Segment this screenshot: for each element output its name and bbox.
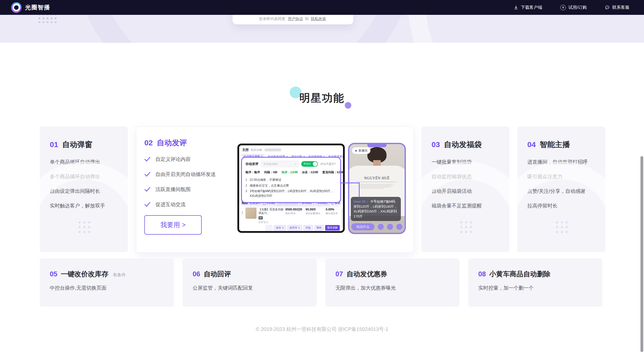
price-value: ¥500.00/220 <box>285 208 304 211</box>
popup-title: 自动发评 <box>245 162 259 166</box>
amount-value: ¥0.00/0 <box>306 208 324 211</box>
hero-band: 登录即代表同意 用户协议 和 隐私政策 <box>0 15 644 43</box>
conditional-tag: 有条件 <box>113 272 126 278</box>
feature-03-title: 自动发福袋 <box>444 140 482 150</box>
nav-contact-label: 联系客服 <box>612 5 629 10</box>
feature-card-02: 02 自动发评 自定义评论内容 自由开启关闭自动循环发送 活跃直播间氛围 促进互… <box>136 126 414 253</box>
card-circle-decoration <box>517 162 605 252</box>
feature-card-03: 03 自动发福袋 一键批量复制福袋 自动监控福袋状态 自动开启福袋活动 福袋余量… <box>421 126 509 252</box>
action-circle-icon <box>387 224 393 230</box>
page-scrollbar-thumb[interactable] <box>640 156 643 352</box>
toggle-question-label: 评论不显示? <box>320 162 336 166</box>
toggle-on-label: 评论中 <box>303 162 311 166</box>
section-title: 明星功能 <box>0 91 644 105</box>
feature-07-number: 07 <box>335 270 343 278</box>
param-highlighted: 轮评：2分钟 <box>282 170 298 174</box>
use-it-button[interactable]: 我要用 > <box>144 215 202 235</box>
checkmark-icon <box>144 157 150 162</box>
rate-label: 曝光成交率 <box>326 212 339 215</box>
card-dots-decoration <box>77 220 90 233</box>
comment-group-select: 评论组3065 ∨ <box>261 161 299 167</box>
product-thumbnail <box>245 208 256 219</box>
product-name: 【光圈】百货多功能强去污... <box>259 208 283 215</box>
feature-05-desc: 中控台操作,无需切换页面 <box>50 285 174 291</box>
live-room-badge: 直播间 <box>352 147 370 154</box>
feature-04-head: 04 智能主播 <box>527 140 605 150</box>
product-row: 1 【光圈】百货多功能强去污... ID 设置卖点 ¥500.00/220 售价… <box>239 206 342 224</box>
feature-card-06: 06 自动回评 公屏监管，关键词匹配回复 <box>183 258 317 307</box>
connector-line <box>341 183 360 183</box>
shirt-print-text: NGUYÊN HUÊ <box>348 176 406 180</box>
card-dots-decoration <box>555 220 568 233</box>
feature-card-08: 08 小黄车商品自动删除 实时控量，加一个删一个 <box>468 258 602 307</box>
live-comment-bubble: User 01：③号短袖T恤M码穿到120斤，L码穿到130斤，XL码穿到150… <box>351 197 401 221</box>
site-header: 光圈智播 下载客户端 ¥ 试用/订购 联系客服 <box>0 0 644 15</box>
nav-contact-support[interactable]: 联系客服 <box>605 5 629 10</box>
say-something-pill: 说点什么 <box>351 223 374 230</box>
feature-06-desc: 公屏监管，关键词匹配回复 <box>193 285 317 291</box>
feature-08-desc: 实时控量，加一个删一个 <box>478 285 602 291</box>
check-item-label: 自定义评论内容 <box>155 156 191 163</box>
card-dots-decoration <box>459 220 472 233</box>
phone-notch <box>367 144 387 147</box>
user-agreement-link[interactable]: 用户协议 <box>288 17 303 21</box>
connector-line <box>359 183 360 198</box>
live-room-label: 直播间 <box>358 149 367 153</box>
footer-copyright: © 2019-2023 杭州一登科技有限公司 浙ICP备15024013号-1 <box>0 326 644 333</box>
pre-explain-button: 预开讲解 <box>325 225 340 231</box>
check-item-label: 活跃直播间氛围 <box>155 186 191 193</box>
privacy-policy-link[interactable]: 隐私政策 <box>311 17 326 21</box>
card-circle-decoration <box>40 162 128 252</box>
amount-label: 成交金额/售出 <box>306 212 324 215</box>
rate-value: 0.00% <box>326 208 339 211</box>
feature-02-title: 自动发评 <box>157 138 187 148</box>
popup-params: 顺序：顺序 间隔：5秒 轮评：2分钟 休息：5分钟 置顶间隔：5分钟 <box>245 170 337 174</box>
toggle-knob <box>313 162 317 166</box>
feature-02-number: 02 <box>144 139 153 147</box>
mock-store-label: 登录店铺: <box>251 148 263 152</box>
sync-change-button: 同改 <box>304 225 313 231</box>
phone-bottom-bar: 说点什么 <box>351 223 403 230</box>
feature-03-number: 03 <box>432 140 440 149</box>
feature-card-01: 01 自动弹窗 单个商品循环自动弹出 多个商品循环自动弹出 自由设定弹出间隔时长… <box>40 126 128 252</box>
live-dot-icon <box>355 150 357 152</box>
chat-icon <box>605 5 610 10</box>
checkmark-icon <box>144 202 150 207</box>
feature-06-title: 自动回评 <box>204 270 231 279</box>
feature-01-title: 自动弹窗 <box>62 140 92 150</box>
checkmark-icon <box>144 187 150 192</box>
preheat-button: 预热 <box>314 225 324 231</box>
hero-arc-decoration <box>408 15 644 43</box>
check-item-label: 自由开启关闭自动循环发送 <box>155 171 216 178</box>
comment-toggle: 评论中 <box>301 161 318 167</box>
brand-name: 光圈智播 <box>25 4 50 11</box>
brand-logo-icon <box>11 2 22 13</box>
param: 顺序：顺序 <box>245 170 260 174</box>
brand[interactable]: 光圈智播 <box>11 2 50 13</box>
feature-04-title: 智能主播 <box>540 140 570 150</box>
comment-row: 1 21:00点抽奖，不要错过 <box>245 178 337 182</box>
feature-04-number: 04 <box>527 140 536 149</box>
param: 休息：5分钟 <box>302 170 318 174</box>
feature-08-title: 小黄车商品自动删除 <box>489 270 550 279</box>
blurred-store-name <box>265 149 281 151</box>
mock-scrollbar <box>341 208 342 228</box>
feature-01-head: 01 自动弹窗 <box>50 140 128 150</box>
chevron-down-icon: ∨ <box>295 163 296 165</box>
nav-download-client[interactable]: 下载客户端 <box>514 5 542 10</box>
yen-icon: ¥ <box>560 5 566 10</box>
phone-mockup: NGUYÊN HUÊ 直播间 User 01：③号短袖T恤M码穿到120斤，L码… <box>348 143 406 234</box>
mock-topbar-title: 主控 <box>242 148 249 152</box>
product-rows: 1 【光圈】百货多功能强去污... ID 设置卖点 ¥500.00/220 售价… <box>239 206 342 231</box>
param: 置顶间隔：5分钟 <box>322 170 343 174</box>
feature-01-number: 01 <box>50 140 58 149</box>
comment-row: 3 3号短袖T恤M码穿到120斤，L码穿到130斤，XL码穿到150斤，XXL码… <box>245 189 337 198</box>
auto-comment-popup: 自动发评 评论组3065 ∨ 评论中 评论不显示? 顺序：顺序 间 <box>241 157 341 203</box>
checkmark-icon <box>144 172 150 177</box>
agreement-and: 和 <box>305 17 309 21</box>
param: 间隔：5秒 <box>264 170 277 174</box>
nav-trial-order[interactable]: ¥ 试用/订购 <box>560 5 587 10</box>
feature-03-head: 03 自动发福袋 <box>432 140 509 150</box>
feature-07-desc: 无限弹出，加大优惠券曝光 <box>335 285 459 291</box>
feature-card-05: 05 一键改价改库存 有条件 中控台操作,无需切换页面 <box>40 258 174 307</box>
